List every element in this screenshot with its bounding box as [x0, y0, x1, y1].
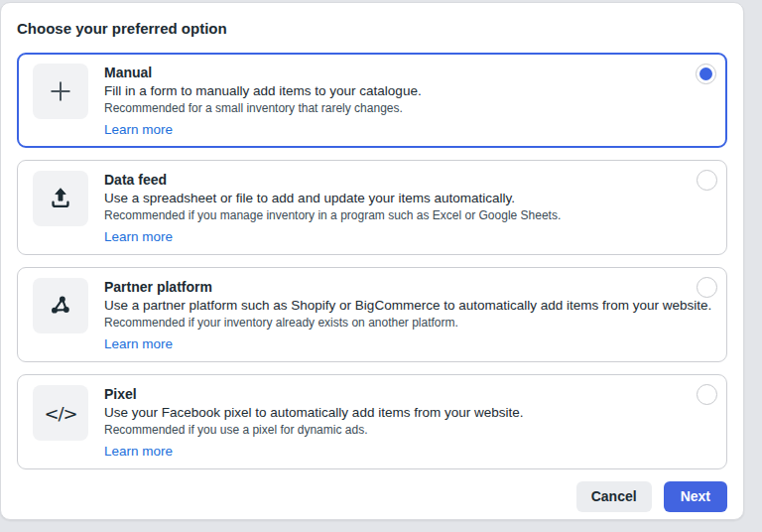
option-content: Partner platform Use a partner platform …	[104, 278, 711, 353]
option-title: Data feed	[104, 171, 711, 189]
option-content: Pixel Use your Facebook pixel to automat…	[104, 385, 711, 461]
radio-button[interactable]	[696, 64, 716, 84]
option-card-partner-platform[interactable]: Partner platform Use a partner platform …	[17, 267, 727, 362]
option-recommendation: Recommended if you manage inventory in a…	[104, 207, 711, 223]
learn-more-link[interactable]: Learn more	[104, 121, 173, 139]
icon-tile	[33, 171, 88, 226]
page-title: Choose your preferred option	[17, 20, 727, 37]
partner-network-icon	[47, 292, 74, 320]
option-recommendation: Recommended if you use a pixel for dynam…	[104, 422, 711, 438]
upload-icon	[47, 185, 74, 212]
option-card-pixel[interactable]: </> Pixel Use your Facebook pixel to aut…	[17, 374, 727, 469]
option-content: Manual Fill in a form to manually add it…	[104, 64, 711, 139]
option-recommendation: Recommended if your inventory already ex…	[104, 315, 711, 331]
option-recommendation: Recommended for a small inventory that r…	[104, 100, 711, 116]
icon-tile: </>	[33, 385, 88, 441]
option-description: Use a spreadsheet or file to add and upd…	[104, 189, 711, 207]
radio-dot	[699, 67, 712, 80]
cancel-button[interactable]: Cancel	[576, 481, 652, 512]
icon-tile	[33, 278, 88, 333]
option-title: Partner platform	[104, 278, 711, 296]
option-description: Fill in a form to manually add items to …	[104, 81, 711, 100]
options-list: Manual Fill in a form to manually add it…	[17, 53, 727, 469]
radio-button[interactable]	[697, 384, 717, 405]
icon-tile	[33, 64, 88, 119]
dialog-footer: Cancel Next	[17, 481, 727, 512]
option-title: Pixel	[104, 385, 711, 403]
option-card-data-feed[interactable]: Data feed Use a spreadsheet or file to a…	[17, 160, 727, 255]
option-title: Manual	[104, 64, 711, 81]
learn-more-link[interactable]: Learn more	[104, 335, 173, 353]
radio-button[interactable]	[697, 277, 717, 298]
option-card-manual[interactable]: Manual Fill in a form to manually add it…	[17, 53, 727, 148]
radio-button[interactable]	[697, 170, 717, 191]
next-button[interactable]: Next	[664, 481, 727, 512]
learn-more-link[interactable]: Learn more	[104, 228, 173, 246]
choose-option-dialog: Choose your preferred option Manual Fill…	[0, 2, 744, 520]
option-content: Data feed Use a spreadsheet or file to a…	[104, 171, 711, 246]
option-description: Use your Facebook pixel to automatically…	[104, 403, 711, 422]
learn-more-link[interactable]: Learn more	[104, 443, 173, 461]
option-description: Use a partner platform such as Shopify o…	[104, 296, 711, 315]
code-icon: </>	[44, 403, 76, 424]
plus-icon	[47, 77, 74, 105]
